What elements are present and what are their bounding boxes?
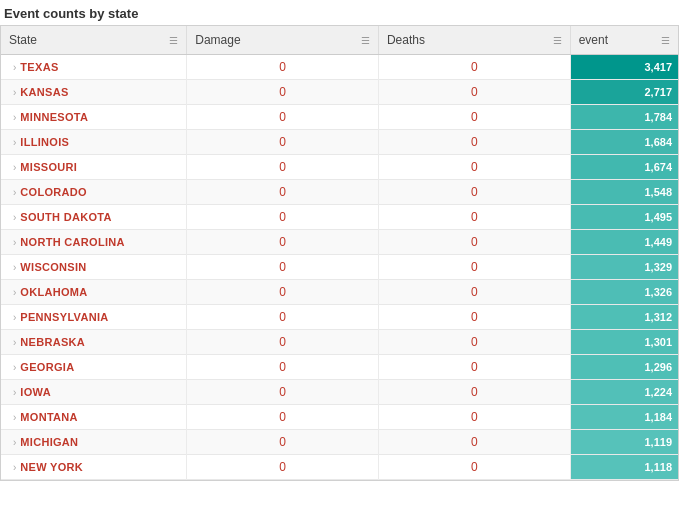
event-cell: 1,119 bbox=[570, 430, 678, 455]
row-expand-icon[interactable]: › bbox=[9, 357, 20, 378]
deaths-cell: 0 bbox=[378, 105, 570, 130]
event-bar: 1,326 bbox=[571, 280, 678, 304]
event-bar: 1,548 bbox=[571, 180, 678, 204]
col-header-event[interactable]: event ☰ bbox=[570, 26, 678, 55]
damage-cell: 0 bbox=[187, 430, 379, 455]
deaths-cell: 0 bbox=[378, 305, 570, 330]
row-expand-icon[interactable]: › bbox=[9, 182, 20, 203]
data-table: State ☰ Damage ☰ Deaths ☰ bbox=[1, 26, 678, 480]
event-bar-container: 1,119 bbox=[571, 430, 678, 454]
event-cell: 1,118 bbox=[570, 455, 678, 480]
state-name: NORTH CAROLINA bbox=[20, 236, 124, 248]
table-row[interactable]: ›MICHIGAN001,119 bbox=[1, 430, 678, 455]
deaths-cell: 0 bbox=[378, 80, 570, 105]
event-bar-container: 1,312 bbox=[571, 305, 678, 329]
event-bar-container: 1,674 bbox=[571, 155, 678, 179]
row-expand-icon[interactable]: › bbox=[9, 232, 20, 253]
event-cell: 2,717 bbox=[570, 80, 678, 105]
event-bar-container: 2,717 bbox=[571, 80, 678, 104]
row-expand-icon[interactable]: › bbox=[9, 207, 20, 228]
deaths-cell: 0 bbox=[378, 55, 570, 80]
table-row[interactable]: ›COLORADO001,548 bbox=[1, 180, 678, 205]
row-expand-icon[interactable]: › bbox=[9, 157, 20, 178]
state-name: SOUTH DAKOTA bbox=[20, 211, 111, 223]
damage-cell: 0 bbox=[187, 80, 379, 105]
state-cell: ›NORTH CAROLINA bbox=[1, 230, 187, 255]
table-row[interactable]: ›GEORGIA001,296 bbox=[1, 355, 678, 380]
event-bar: 1,224 bbox=[571, 380, 678, 404]
table-row[interactable]: ›OKLAHOMA001,326 bbox=[1, 280, 678, 305]
event-bar: 1,184 bbox=[571, 405, 678, 429]
table-row[interactable]: ›KANSAS002,717 bbox=[1, 80, 678, 105]
state-cell: ›COLORADO bbox=[1, 180, 187, 205]
row-expand-icon[interactable]: › bbox=[9, 57, 20, 78]
table-row[interactable]: ›TEXAS003,417 bbox=[1, 55, 678, 80]
row-expand-icon[interactable]: › bbox=[9, 132, 20, 153]
damage-cell: 0 bbox=[187, 455, 379, 480]
col-header-state[interactable]: State ☰ bbox=[1, 26, 187, 55]
damage-cell: 0 bbox=[187, 405, 379, 430]
row-expand-icon[interactable]: › bbox=[9, 307, 20, 328]
event-bar-container: 1,296 bbox=[571, 355, 678, 379]
deaths-cell: 0 bbox=[378, 430, 570, 455]
table-row[interactable]: ›MISSOURI001,674 bbox=[1, 155, 678, 180]
row-expand-icon[interactable]: › bbox=[9, 382, 20, 403]
state-name: TEXAS bbox=[20, 61, 58, 73]
table-row[interactable]: ›MINNESOTA001,784 bbox=[1, 105, 678, 130]
sort-icon-damage[interactable]: ☰ bbox=[361, 35, 370, 46]
deaths-cell: 0 bbox=[378, 355, 570, 380]
sort-icon-state[interactable]: ☰ bbox=[169, 35, 178, 46]
event-cell: 1,449 bbox=[570, 230, 678, 255]
event-bar-container: 1,301 bbox=[571, 330, 678, 354]
event-bar: 1,684 bbox=[571, 130, 678, 154]
row-expand-icon[interactable]: › bbox=[9, 457, 20, 478]
deaths-cell: 0 bbox=[378, 405, 570, 430]
event-bar: 1,119 bbox=[571, 430, 678, 454]
damage-cell: 0 bbox=[187, 130, 379, 155]
deaths-cell: 0 bbox=[378, 230, 570, 255]
damage-cell: 0 bbox=[187, 55, 379, 80]
damage-cell: 0 bbox=[187, 155, 379, 180]
col-header-deaths[interactable]: Deaths ☰ bbox=[378, 26, 570, 55]
row-expand-icon[interactable]: › bbox=[9, 282, 20, 303]
row-expand-icon[interactable]: › bbox=[9, 107, 20, 128]
state-cell: ›WISCONSIN bbox=[1, 255, 187, 280]
table-body: ›TEXAS003,417›KANSAS002,717›MINNESOTA001… bbox=[1, 55, 678, 480]
table-row[interactable]: ›NORTH CAROLINA001,449 bbox=[1, 230, 678, 255]
table-container: State ☰ Damage ☰ Deaths ☰ bbox=[0, 25, 679, 481]
state-cell: ›OKLAHOMA bbox=[1, 280, 187, 305]
row-expand-icon[interactable]: › bbox=[9, 82, 20, 103]
sort-icon-event[interactable]: ☰ bbox=[661, 35, 670, 46]
state-cell: ›MONTANA bbox=[1, 405, 187, 430]
row-expand-icon[interactable]: › bbox=[9, 257, 20, 278]
state-name: COLORADO bbox=[20, 186, 87, 198]
table-row[interactable]: ›NEW YORK001,118 bbox=[1, 455, 678, 480]
sort-icon-deaths[interactable]: ☰ bbox=[553, 35, 562, 46]
table-row[interactable]: ›MONTANA001,184 bbox=[1, 405, 678, 430]
event-bar-container: 1,449 bbox=[571, 230, 678, 254]
event-bar: 1,296 bbox=[571, 355, 678, 379]
row-expand-icon[interactable]: › bbox=[9, 432, 20, 453]
damage-cell: 0 bbox=[187, 105, 379, 130]
event-bar: 1,495 bbox=[571, 205, 678, 229]
table-row[interactable]: ›PENNSYLVANIA001,312 bbox=[1, 305, 678, 330]
state-name: NEW YORK bbox=[20, 461, 83, 473]
row-expand-icon[interactable]: › bbox=[9, 407, 20, 428]
event-cell: 1,224 bbox=[570, 380, 678, 405]
event-bar-container: 1,684 bbox=[571, 130, 678, 154]
table-row[interactable]: ›SOUTH DAKOTA001,495 bbox=[1, 205, 678, 230]
event-cell: 1,674 bbox=[570, 155, 678, 180]
table-row[interactable]: ›IOWA001,224 bbox=[1, 380, 678, 405]
col-header-damage[interactable]: Damage ☰ bbox=[187, 26, 379, 55]
state-cell: ›PENNSYLVANIA bbox=[1, 305, 187, 330]
event-bar-container: 1,224 bbox=[571, 380, 678, 404]
table-row[interactable]: ›WISCONSIN001,329 bbox=[1, 255, 678, 280]
widget-title: Event counts by state bbox=[0, 0, 679, 25]
event-cell: 1,784 bbox=[570, 105, 678, 130]
state-cell: ›GEORGIA bbox=[1, 355, 187, 380]
table-row[interactable]: ›NEBRASKA001,301 bbox=[1, 330, 678, 355]
table-row[interactable]: ›ILLINOIS001,684 bbox=[1, 130, 678, 155]
row-expand-icon[interactable]: › bbox=[9, 332, 20, 353]
state-name: PENNSYLVANIA bbox=[20, 311, 108, 323]
state-cell: ›NEBRASKA bbox=[1, 330, 187, 355]
